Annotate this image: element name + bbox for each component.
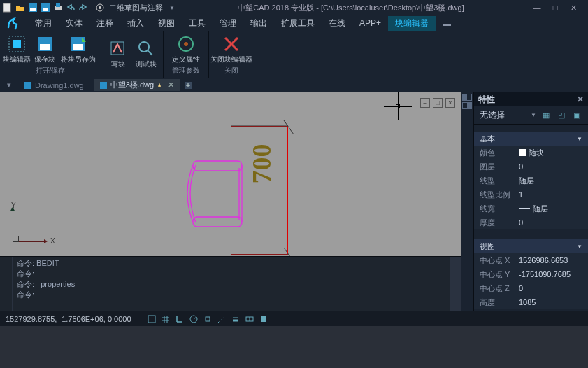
menu-annotate[interactable]: 注释 <box>89 16 120 31</box>
model-toggle-icon[interactable] <box>257 313 270 325</box>
quick-select-icon[interactable]: ▦ <box>540 110 552 121</box>
prop-section-header-basic[interactable]: 基本▼ <box>474 132 588 146</box>
workspace-dropdown-icon[interactable]: ▼ <box>166 2 178 13</box>
doc-tab-drawing1[interactable]: Drawing1.dwg <box>18 80 89 90</box>
split-right-icon[interactable] <box>462 102 472 109</box>
ortho-toggle-icon[interactable] <box>173 313 186 325</box>
menu-solid[interactable]: 实体 <box>59 16 89 31</box>
window-controls: — □ ✕ <box>524 3 587 13</box>
prop-row-center-z[interactable]: 中心点 Z0 <box>474 281 588 295</box>
prop-section-header-view[interactable]: 视图▼ <box>474 239 588 253</box>
prop-section-basic: 基本▼ 颜色随块 图层0 线型随层 线型比例1 线宽随层 厚度0 <box>474 132 588 229</box>
close-icon[interactable]: ✕ <box>567 3 580 13</box>
qat-save2-icon[interactable] <box>40 2 51 13</box>
otrack-toggle-icon[interactable] <box>215 313 228 325</box>
minimize-icon[interactable]: — <box>531 3 543 13</box>
menu-tools[interactable]: 工具 <box>182 16 213 31</box>
prop-row-color[interactable]: 颜色随块 <box>474 146 588 160</box>
properties-header: 特性 ✕ <box>474 92 588 106</box>
prop-row-center-x[interactable]: 中心点 X1526986.6653 <box>474 253 588 267</box>
menu-insert[interactable]: 插入 <box>120 16 151 31</box>
qat-save-icon[interactable] <box>27 2 38 13</box>
svg-rect-24 <box>100 82 107 89</box>
lwt-toggle-icon[interactable] <box>229 313 242 325</box>
tab-close-icon[interactable]: ✕ <box>168 80 174 90</box>
command-line[interactable]: 命令: BEDIT 命令: 命令: _properties 命令: <box>0 256 461 311</box>
qat-open-icon[interactable] <box>15 2 26 13</box>
vp-close-icon[interactable]: × <box>445 98 455 108</box>
cmd-scrollbar[interactable] <box>450 257 461 311</box>
prop-row-linetype[interactable]: 线型随层 <box>474 174 588 187</box>
prop-row-layer[interactable]: 图层0 <box>474 160 588 174</box>
ribbon-group-close: 关闭块编辑器 关闭 <box>209 31 254 78</box>
dyn-toggle-icon[interactable] <box>243 313 256 325</box>
pickadd-icon[interactable]: ▣ <box>571 110 582 121</box>
btn-test-block[interactable]: 测试块 <box>132 38 160 69</box>
menu-view[interactable]: 视图 <box>151 16 182 31</box>
test-block-icon <box>136 39 156 59</box>
tabs-prev-icon[interactable]: ▾ <box>4 80 14 90</box>
title-bar: 二维草图与注释 ▼ 中望CAD 2018 专业版 - [C:\Users\loc… <box>0 0 588 15</box>
qat-undo-icon[interactable] <box>65 2 76 13</box>
selection-dropdown-icon[interactable]: ▼ <box>531 112 536 118</box>
svg-rect-11 <box>13 40 21 48</box>
svg-rect-4 <box>43 8 48 11</box>
maximize-icon[interactable]: □ <box>549 3 561 13</box>
menu-output[interactable]: 输出 <box>243 16 274 31</box>
snap-toggle-icon[interactable] <box>145 313 158 325</box>
vp-min-icon[interactable]: – <box>420 98 430 108</box>
btn-save-block-as[interactable]: 将块另存为 <box>59 33 98 64</box>
btn-block-editor[interactable]: 块编辑器 <box>3 33 31 64</box>
menu-express[interactable]: 扩展工具 <box>274 16 322 31</box>
ribbon-group-block: 写块 测试块 <box>101 31 164 78</box>
split-left-icon[interactable] <box>462 94 472 101</box>
drawing-canvas[interactable]: – □ × <box>0 92 461 256</box>
qat-redo-icon[interactable] <box>78 2 89 13</box>
svg-line-40 <box>218 316 225 323</box>
vp-max-icon[interactable]: □ <box>433 98 443 108</box>
btn-wblock[interactable]: 写块 <box>104 38 132 69</box>
main-area: – □ × <box>0 92 588 311</box>
prop-row-lineweight[interactable]: 线宽随层 <box>474 201 588 215</box>
tab-new-icon[interactable] <box>184 81 194 90</box>
qat-new-icon[interactable] <box>2 2 13 13</box>
status-coords[interactable]: 1527929.8755, -1.7506E+06, 0.0000 <box>6 315 131 323</box>
select-objects-icon[interactable]: ◰ <box>556 110 567 121</box>
svg-point-8 <box>99 6 101 9</box>
ribbon-group-params: 定义属性 管理参数 <box>164 31 209 78</box>
qat-plot-icon[interactable] <box>52 2 64 13</box>
crosshair-cursor-icon <box>384 92 412 120</box>
menu-manage[interactable]: 管理 <box>213 16 243 31</box>
doc-tab-zhongwang[interactable]: 中望3楼.dwg ★ ✕ <box>94 79 180 91</box>
svg-rect-6 <box>56 3 60 7</box>
save-block-as-icon <box>69 34 88 54</box>
app-logo-icon[interactable] <box>4 13 24 33</box>
menu-blockeditor[interactable]: 块编辑器 <box>388 16 436 31</box>
btn-save-block[interactable]: 保存块 <box>31 33 59 64</box>
prop-row-center-y[interactable]: 中心点 Y-1751090.7685 <box>474 267 588 281</box>
menu-online[interactable]: 在线 <box>322 16 352 31</box>
document-tabs: ▾ Drawing1.dwg 中望3楼.dwg ★ ✕ <box>0 78 588 92</box>
prop-row-thickness[interactable]: 厚度0 <box>474 215 588 229</box>
workspace-icon[interactable] <box>94 2 106 13</box>
workspace-label[interactable]: 二维草图与注释 <box>106 3 166 13</box>
modified-star-icon: ★ <box>157 82 162 89</box>
grid-toggle-icon[interactable] <box>159 313 172 325</box>
prop-row-ltscale[interactable]: 线型比例1 <box>474 187 588 201</box>
menu-app[interactable]: APP+ <box>352 17 388 29</box>
panel-close-icon[interactable]: ✕ <box>577 94 584 104</box>
menu-common[interactable]: 常用 <box>28 16 59 31</box>
btn-define-attr[interactable]: 定义属性 <box>166 33 206 64</box>
polar-toggle-icon[interactable] <box>187 313 200 325</box>
status-bar: 1527929.8755, -1.7506E+06, 0.0000 <box>0 311 588 326</box>
svg-rect-36 <box>148 316 155 323</box>
btn-close-block-editor[interactable]: 关闭块编辑器 <box>212 33 251 64</box>
properties-selection-row: 无选择 ▼ ▦ ◰ ▣ <box>474 106 588 125</box>
ribbon-min-icon[interactable] <box>441 17 452 29</box>
prop-row-height[interactable]: 高度1085 <box>474 295 588 309</box>
canvas-wrap: – □ × <box>0 92 461 311</box>
osnap-toggle-icon[interactable] <box>201 313 214 325</box>
app-title: 中望CAD 2018 专业版 - [C:\Users\localuser\Des… <box>178 3 524 13</box>
svg-rect-0 <box>3 3 10 12</box>
lineweight-swatch-icon <box>519 208 530 209</box>
